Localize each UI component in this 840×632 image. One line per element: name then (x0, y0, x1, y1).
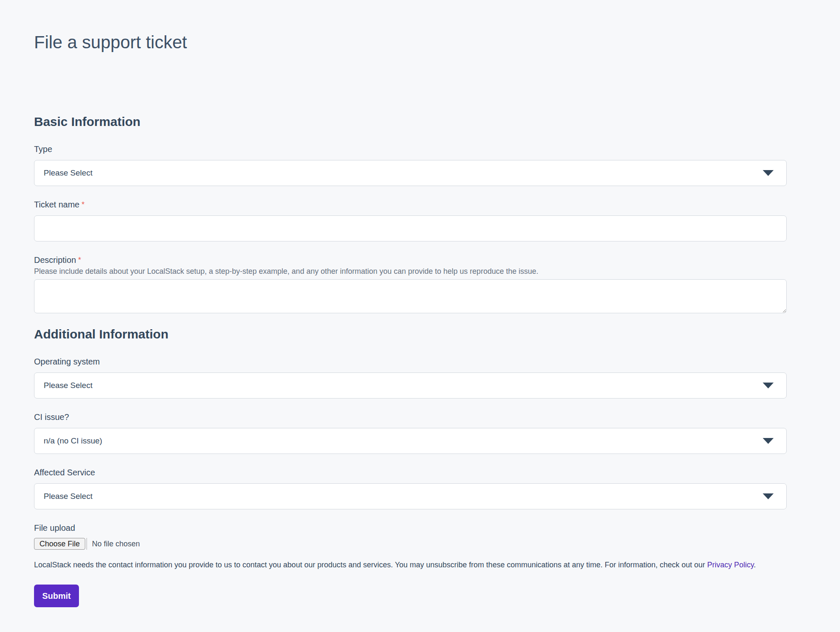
type-label: Type (34, 144, 52, 154)
field-affected-service: Affected Service Please Select (34, 467, 787, 509)
caret-down-icon (763, 383, 774, 388)
ticket-name-input[interactable] (34, 215, 787, 241)
description-label: Description (34, 255, 76, 265)
affected-service-select-value: Please Select (44, 492, 92, 501)
support-ticket-form: Basic Information Type Please Select Tic… (34, 114, 787, 607)
ci-issue-label-row: CI issue? (34, 412, 787, 422)
operating-system-label-row: Operating system (34, 357, 787, 367)
operating-system-label: Operating system (34, 357, 100, 366)
section-heading-basic-information: Basic Information (34, 114, 787, 129)
field-operating-system: Operating system Please Select (34, 357, 787, 399)
support-ticket-page: File a support ticket Basic Information … (0, 0, 840, 632)
form-container: File a support ticket Basic Information … (34, 0, 787, 607)
description-textarea[interactable] (34, 279, 787, 313)
submit-button[interactable]: Submit (34, 585, 79, 607)
description-helper-text: Please include details about your LocalS… (34, 267, 787, 276)
ticket-name-label: Ticket name (34, 200, 79, 209)
caret-down-icon (763, 493, 774, 499)
required-asterisk: * (78, 256, 81, 264)
required-asterisk: * (81, 200, 84, 209)
privacy-policy-link[interactable]: Privacy Policy (707, 561, 754, 569)
type-select-value: Please Select (44, 168, 92, 178)
operating-system-select[interactable]: Please Select (34, 372, 787, 399)
caret-down-icon (763, 438, 774, 444)
affected-service-label: Affected Service (34, 468, 95, 477)
field-description: Description* Please include details abou… (34, 255, 787, 313)
affected-service-select[interactable]: Please Select (34, 483, 787, 509)
operating-system-select-value: Please Select (44, 381, 92, 390)
type-label-row: Type (34, 144, 787, 154)
field-type: Type Please Select (34, 144, 787, 186)
file-upload-label-row: File upload (34, 523, 787, 533)
section-heading-additional-information: Additional Information (34, 327, 787, 342)
choose-file-button[interactable]: Choose File (34, 538, 85, 550)
ticket-name-label-row: Ticket name* (34, 199, 787, 210)
file-input-divider (87, 538, 87, 550)
privacy-notice: LocalStack needs the contact information… (34, 559, 787, 570)
field-ci-issue: CI issue? n/a (no CI issue) (34, 412, 787, 454)
file-status-text: No file chosen (92, 540, 140, 548)
file-upload-label: File upload (34, 523, 75, 532)
ci-issue-select[interactable]: n/a (no CI issue) (34, 428, 787, 454)
page-title: File a support ticket (34, 0, 787, 53)
description-label-row: Description* (34, 255, 787, 265)
affected-service-label-row: Affected Service (34, 467, 787, 477)
privacy-notice-period: . (754, 561, 756, 569)
ci-issue-select-value: n/a (no CI issue) (44, 436, 102, 446)
field-ticket-name: Ticket name* (34, 199, 787, 241)
type-select[interactable]: Please Select (34, 160, 787, 186)
field-file-upload: File upload Choose File No file chosen (34, 523, 787, 550)
ci-issue-label: CI issue? (34, 412, 69, 422)
privacy-notice-text: LocalStack needs the contact information… (34, 561, 707, 569)
caret-down-icon (763, 170, 774, 176)
file-upload-control: Choose File No file chosen (34, 538, 787, 550)
